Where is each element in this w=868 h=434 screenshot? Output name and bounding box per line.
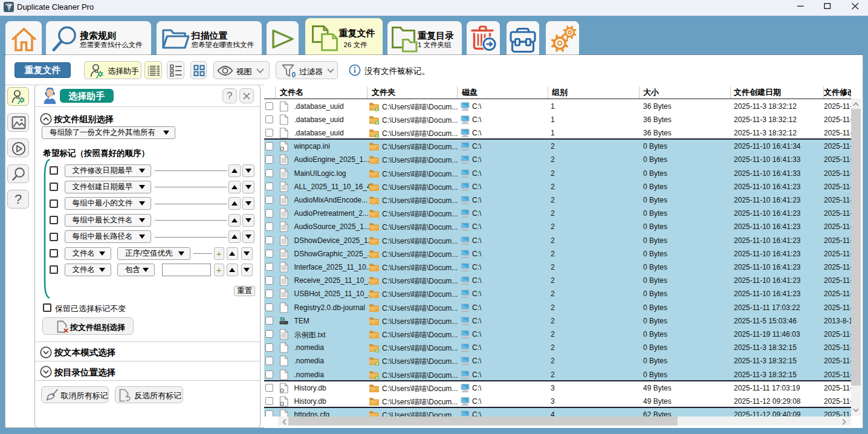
svg-text:0: 0 (292, 71, 296, 79)
